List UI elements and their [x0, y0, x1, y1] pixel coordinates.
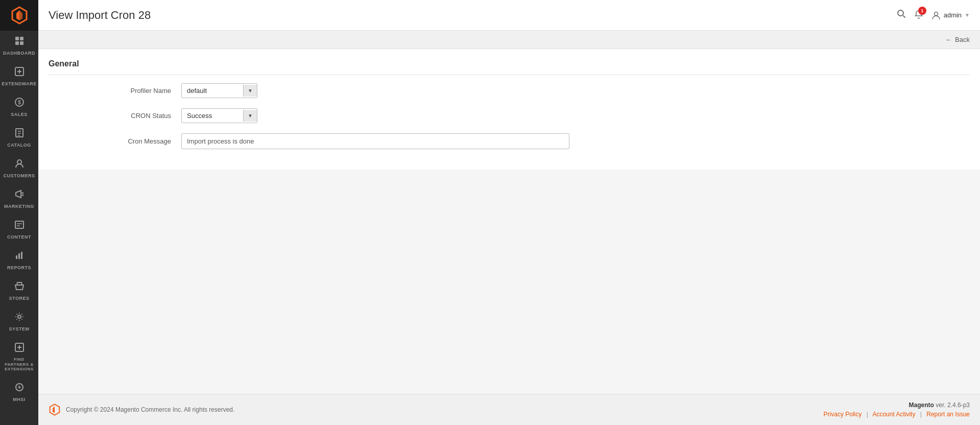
reports-icon — [14, 250, 25, 263]
user-icon — [931, 11, 941, 20]
privacy-policy-link[interactable]: Privacy Policy — [824, 411, 862, 418]
sidebar-item-label: REPORTS — [7, 265, 31, 271]
sidebar-item-label: STORES — [9, 296, 30, 301]
find-partners-icon — [14, 342, 25, 355]
sidebar-item-marketing[interactable]: MARKETING — [0, 184, 38, 215]
sidebar-item-catalog[interactable]: CATALOG — [0, 123, 38, 153]
svg-marker-1 — [16, 10, 19, 20]
profiler-name-control: default ▼ — [181, 83, 569, 98]
footer-links: Privacy Policy | Account Activity | Repo… — [824, 411, 970, 418]
catalog-icon — [14, 128, 25, 140]
svg-rect-15 — [21, 252, 22, 259]
sidebar-item-reports[interactable]: REPORTS — [0, 245, 38, 276]
form-area: General Profiler Name default ▼ CRON Sta… — [38, 49, 980, 170]
cron-status-select[interactable]: Success Pending Error — [182, 109, 243, 123]
extendware-icon — [14, 66, 25, 79]
system-icon — [14, 312, 25, 324]
svg-text:$: $ — [18, 100, 21, 105]
sidebar-item-system[interactable]: SYSTEM — [0, 306, 38, 337]
svg-rect-3 — [15, 37, 19, 40]
footer-right: Magento ver. 2.4.6-p3 Privacy Policy | A… — [824, 402, 970, 418]
select-arrow-icon: ▼ — [243, 110, 257, 122]
svg-rect-4 — [20, 37, 23, 40]
admin-username: admin — [944, 11, 962, 19]
cron-message-label: Cron Message — [79, 137, 181, 145]
sidebar-item-label: SALES — [11, 112, 28, 117]
select-arrow-icon: ▼ — [243, 85, 257, 97]
profiler-name-label: Profiler Name — [79, 87, 181, 95]
dropdown-arrow-icon: ▼ — [965, 12, 970, 18]
sidebar-item-customers[interactable]: CUSTOMERS — [0, 153, 38, 184]
cron-status-select-wrapper[interactable]: Success Pending Error ▼ — [181, 108, 257, 123]
header: View Import Cron 28 1 ad — [38, 0, 980, 31]
sidebar-item-label: CUSTOMERS — [4, 173, 35, 179]
profiler-name-select-wrapper[interactable]: default ▼ — [181, 83, 257, 98]
svg-rect-12 — [15, 221, 23, 228]
svg-marker-22 — [53, 406, 55, 413]
customers-icon — [14, 158, 25, 171]
report-issue-link[interactable]: Report an Issue — [926, 411, 970, 418]
svg-point-20 — [934, 12, 938, 15]
sidebar-item-label: MHSI — [13, 397, 26, 403]
sidebar-item-label: FIND PARTNERS & EXTENSIONS — [2, 357, 36, 372]
back-button[interactable]: ← Back — [945, 36, 970, 43]
sidebar-item-stores[interactable]: STORES — [0, 276, 38, 306]
svg-rect-13 — [16, 255, 17, 259]
cron-message-control — [181, 133, 569, 149]
stores-icon — [14, 281, 25, 294]
account-activity-link[interactable]: Account Activity — [872, 411, 915, 418]
content-icon — [14, 220, 25, 232]
footer-separator-1: | — [867, 411, 868, 418]
cron-status-row: CRON Status Success Pending Error ▼ — [49, 108, 970, 123]
footer-left: Copyright © 2024 Magento Commerce Inc. A… — [49, 404, 234, 416]
notification-count: 1 — [918, 7, 926, 15]
search-button[interactable] — [897, 9, 906, 21]
notifications-button[interactable]: 1 — [914, 10, 923, 20]
sales-icon: $ — [14, 97, 25, 110]
footer-version: ver. 2.4.6-p3 — [936, 402, 970, 409]
action-bar: ← Back — [38, 31, 980, 49]
cron-status-label: CRON Status — [79, 112, 181, 120]
content-area: ← Back General Profiler Name default ▼ — [38, 31, 980, 394]
magento-logo-icon — [10, 6, 29, 25]
marketing-icon — [14, 189, 25, 202]
footer-magento-logo — [49, 404, 61, 416]
sidebar-item-content[interactable]: CONTENT — [0, 215, 38, 245]
svg-marker-2 — [19, 10, 22, 20]
sidebar-logo — [0, 0, 38, 31]
main-content: View Import Cron 28 1 ad — [38, 0, 980, 425]
header-actions: 1 admin ▼ — [897, 9, 970, 21]
sidebar-item-dashboard[interactable]: DASHBOARD — [0, 31, 38, 61]
footer-magento-label: Magento — [909, 402, 934, 409]
profiler-name-select[interactable]: default — [182, 84, 243, 98]
sidebar-item-sales[interactable]: $ SALES — [0, 92, 38, 123]
cron-message-row: Cron Message — [49, 133, 970, 149]
sidebar-item-label: CONTENT — [7, 234, 31, 240]
sidebar-item-label: DASHBOARD — [3, 51, 35, 56]
sidebar-item-label: SYSTEM — [9, 326, 29, 332]
sidebar-item-extendware[interactable]: EXTENDWARE — [0, 61, 38, 92]
page-title: View Import Cron 28 — [49, 9, 151, 22]
sidebar-item-find-partners[interactable]: FIND PARTNERS & EXTENSIONS — [0, 337, 38, 377]
svg-rect-14 — [18, 253, 20, 259]
svg-point-19 — [898, 10, 903, 16]
sidebar-item-label: MARKETING — [4, 204, 34, 209]
footer: Copyright © 2024 Magento Commerce Inc. A… — [38, 394, 980, 425]
section-title: General — [49, 59, 970, 75]
svg-point-16 — [18, 315, 21, 318]
cron-status-control: Success Pending Error ▼ — [181, 108, 569, 123]
cron-message-input[interactable] — [181, 133, 569, 149]
footer-separator-2: | — [920, 411, 922, 418]
sidebar-item-label: EXTENDWARE — [2, 81, 37, 87]
search-icon — [897, 9, 906, 18]
svg-rect-5 — [15, 41, 19, 45]
dashboard-icon — [14, 36, 25, 49]
sidebar-item-mhsi[interactable]: MHSI — [0, 377, 38, 408]
sidebar-item-label: CATALOG — [7, 143, 31, 148]
sidebar: DASHBOARD EXTENDWARE $ SALES CATALOG CUS… — [0, 0, 38, 425]
profiler-name-row: Profiler Name default ▼ — [49, 83, 970, 98]
admin-user-menu[interactable]: admin ▼ — [931, 11, 970, 20]
svg-point-11 — [17, 160, 21, 164]
back-label: Back — [955, 36, 970, 43]
back-arrow-icon: ← — [945, 36, 952, 43]
